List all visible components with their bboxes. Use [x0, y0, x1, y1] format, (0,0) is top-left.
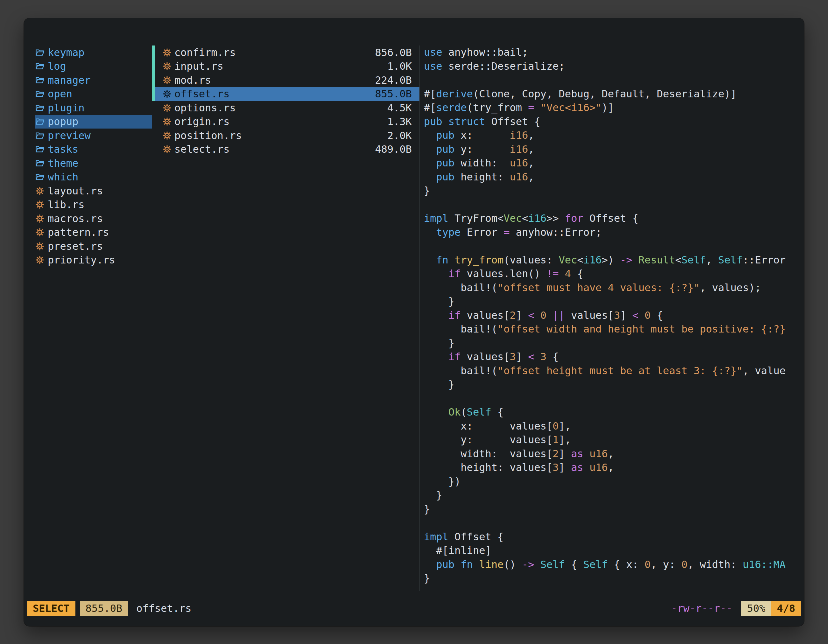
sidebar-item-label: which: [48, 171, 78, 183]
file-row-confirm-rs[interactable]: confirm.rs856.0B: [152, 45, 419, 60]
sidebar-item-label: manager: [48, 74, 91, 86]
sidebar-item-label: theme: [48, 157, 78, 169]
file-list-pane[interactable]: confirm.rs856.0Binput.rs1.0Kmod.rs224.0B…: [152, 45, 419, 591]
file-row-content: input.rs1.0K: [155, 60, 419, 74]
file-size: 2.0K: [387, 130, 412, 142]
code-line: impl TryFrom<Vec<i16>> for Offset {: [424, 212, 804, 226]
code-line: [424, 198, 804, 212]
rust-file-icon: [162, 61, 172, 71]
file-row-mod-rs[interactable]: mod.rs224.0B: [152, 73, 419, 87]
code-line: use serde::Deserialize;: [424, 60, 804, 74]
rust-file-icon: [162, 75, 172, 85]
rust-file-icon: [35, 255, 45, 265]
sidebar-item-theme[interactable]: theme: [35, 156, 152, 170]
file-name: confirm.rs: [174, 47, 236, 58]
sidebar-item-log[interactable]: log: [35, 60, 152, 74]
sidebar-item-label: tasks: [48, 143, 78, 155]
folder-icon: [35, 172, 45, 182]
sidebar-item-open[interactable]: open: [35, 87, 152, 101]
rust-file-icon: [35, 214, 45, 223]
code-line: bail!("offset must have 4 values: {:?}",…: [424, 281, 804, 295]
sidebar-item-macros-rs[interactable]: macros.rs: [35, 212, 152, 226]
file-row-position-rs[interactable]: position.rs2.0K: [152, 128, 419, 143]
code-line: pub y: i16,: [424, 143, 804, 157]
rust-file-icon: [162, 144, 172, 154]
file-row-content: offset.rs855.0B: [155, 87, 419, 101]
sidebar-item-preview[interactable]: preview: [35, 128, 152, 143]
file-row-content: mod.rs224.0B: [155, 73, 419, 87]
code-line: bail!("offset height must be at least 3:…: [424, 364, 804, 378]
sidebar-item-layout-rs[interactable]: layout.rs: [35, 184, 152, 198]
sidebar-item-label: preset.rs: [48, 240, 103, 252]
file-name: position.rs: [174, 130, 242, 142]
file-size-badge: 855.0B: [80, 601, 128, 616]
cursor-position-badge: 4/8: [771, 601, 801, 616]
code-line: pub width: u16,: [424, 156, 804, 170]
folder-icon: [35, 103, 45, 113]
rust-file-icon: [35, 200, 45, 209]
file-row-origin-rs[interactable]: origin.rs1.3K: [152, 115, 419, 129]
file-row-content: origin.rs1.3K: [155, 115, 419, 129]
sidebar-item-tasks[interactable]: tasks: [35, 143, 152, 157]
code-line: }: [424, 378, 804, 392]
selection-marker: [152, 45, 155, 60]
sidebar-item-lib-rs[interactable]: lib.rs: [35, 198, 152, 212]
file-row-select-rs[interactable]: select.rs489.0B: [152, 143, 419, 157]
code-line: impl Offset {: [424, 530, 804, 544]
file-size: 1.3K: [387, 116, 412, 128]
folder-icon: [35, 48, 45, 57]
file-name: offset.rs: [174, 88, 229, 100]
folder-icon: [35, 89, 45, 99]
file-name: mod.rs: [174, 74, 211, 86]
rust-file-icon: [162, 89, 172, 99]
sidebar-item-keymap[interactable]: keymap: [35, 45, 152, 60]
code-line: pub height: u16,: [424, 170, 804, 184]
folder-icon: [35, 75, 45, 85]
folder-icon: [35, 117, 45, 126]
file-row-offset-rs[interactable]: offset.rs855.0B: [152, 87, 419, 101]
rust-file-icon: [35, 186, 45, 196]
sidebar-item-label: layout.rs: [48, 185, 103, 197]
sidebar-item-popup[interactable]: popup: [35, 115, 152, 129]
file-manager-panes: keymaplogmanageropenpluginpopuppreviewta…: [35, 45, 804, 591]
code-line: }: [424, 295, 804, 309]
code-line: fn try_from(values: Vec<i16>) -> Result<…: [424, 253, 804, 267]
sidebar-item-plugin[interactable]: plugin: [35, 101, 152, 115]
sidebar-pane[interactable]: keymaplogmanageropenpluginpopuppreviewta…: [35, 45, 152, 591]
scroll-percent-badge: 50%: [741, 601, 771, 616]
file-permissions: -rw-r--r--: [671, 602, 732, 614]
code-line: if values[2] < 0 || values[3] < 0 {: [424, 309, 804, 323]
file-name: options.rs: [174, 102, 236, 114]
code-line: pub fn line() -> Self { Self { x: 0, y: …: [424, 558, 804, 572]
selection-marker: [152, 115, 155, 129]
folder-icon: [35, 158, 45, 168]
file-size: 224.0B: [375, 74, 412, 86]
sidebar-item-label: priority.rs: [48, 254, 115, 266]
code-line: [424, 516, 804, 530]
code-line: Ok(Self {: [424, 405, 804, 419]
file-row-content: options.rs4.5K: [155, 101, 419, 115]
mode-badge: SELECT: [27, 601, 75, 616]
code-line: }: [424, 184, 804, 198]
code-line: pub x: i16,: [424, 128, 804, 143]
sidebar-item-pattern-rs[interactable]: pattern.rs: [35, 226, 152, 240]
sidebar-item-manager[interactable]: manager: [35, 73, 152, 87]
code-line: if values[3] < 3 {: [424, 350, 804, 364]
code-line: x: values[0],: [424, 419, 804, 433]
sidebar-item-preset-rs[interactable]: preset.rs: [35, 239, 152, 253]
sidebar-item-which[interactable]: which: [35, 170, 152, 184]
file-row-options-rs[interactable]: options.rs4.5K: [152, 101, 419, 115]
code-line: width: values[2] as u16,: [424, 447, 804, 461]
file-row-input-rs[interactable]: input.rs1.0K: [152, 60, 419, 74]
sidebar-item-priority-rs[interactable]: priority.rs: [35, 253, 152, 267]
code-line: }): [424, 475, 804, 489]
selection-marker: [152, 87, 155, 101]
file-name: input.rs: [174, 60, 223, 72]
code-line: #[derive(Clone, Copy, Debug, Default, De…: [424, 87, 804, 101]
preview-pane[interactable]: use anyhow::bail;use serde::Deserialize;…: [419, 45, 804, 591]
selection-marker: [152, 128, 155, 143]
sidebar-item-label: keymap: [48, 47, 85, 58]
code-line: type Error = anyhow::Error;: [424, 226, 804, 240]
selection-marker: [152, 101, 155, 115]
folder-icon: [35, 131, 45, 140]
